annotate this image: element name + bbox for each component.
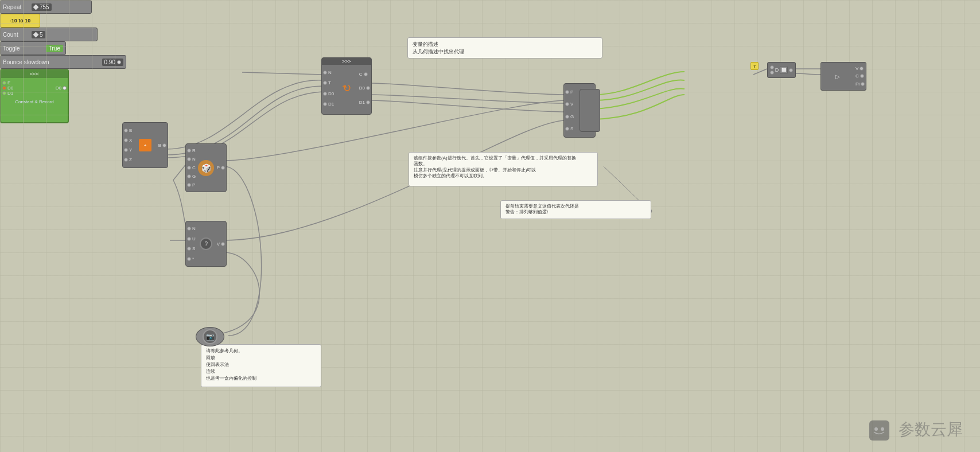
svg-point-3 xyxy=(881,427,884,431)
main-d1: D1 xyxy=(323,102,334,107)
pvgs-p: P xyxy=(565,89,574,95)
count-label: Count xyxy=(3,32,32,38)
xyz-port-x: X xyxy=(124,138,133,143)
cr-d0out: D0 xyxy=(56,85,67,91)
main-t: T xyxy=(323,80,334,85)
main-d1out: D1 xyxy=(359,100,370,105)
d-in1 xyxy=(770,65,774,69)
bottom-comment: 提前结束需要意义这值代表次代还是 警告：排列够到值逻! xyxy=(500,200,651,219)
cam-line2: 回放 xyxy=(206,354,316,361)
cam-line1: 请将此参考几何。 xyxy=(206,348,316,354)
camera-comment: 请将此参考几何。 回放 使回表示法 连续 也是考一盒内偏化的控制 xyxy=(201,344,321,387)
cam-line3: 使回表示法 xyxy=(206,361,316,368)
cr-title: <<< xyxy=(1,70,68,78)
vcp-arrow: ▷ xyxy=(835,73,840,80)
rcs-c: C xyxy=(187,165,196,170)
bounce-label: Bounce slowdown xyxy=(3,59,102,65)
cr-e: E xyxy=(2,80,13,85)
bot-line2: 警告：排列够到值逻! xyxy=(505,209,646,215)
nus-n: N xyxy=(187,226,196,231)
xyz-port-z: Z xyxy=(124,157,133,162)
nus-node[interactable]: N U S * ? V xyxy=(185,221,227,267)
cr-d1in: D1 xyxy=(2,91,13,96)
rcs-g: G xyxy=(187,174,196,179)
xyz-port-bout: B xyxy=(158,143,166,148)
rcs-r: R xyxy=(187,148,196,153)
pvgs-v: V xyxy=(565,102,574,107)
main-cout: C xyxy=(359,72,370,77)
toggle-node[interactable]: Toggle True xyxy=(0,41,66,55)
wechat-icon xyxy=(869,420,889,441)
cr-d0in: D0 xyxy=(2,85,13,91)
bot-line1: 提前结束需要意义这值代表次代还是 xyxy=(505,204,646,209)
nus-star: * xyxy=(187,256,196,262)
rcs-pout: P xyxy=(217,165,225,170)
rcs-p: P xyxy=(187,182,196,188)
top-comment-line2: 从几何描述中找出代理 xyxy=(413,48,597,56)
nus-vout: V xyxy=(217,241,225,247)
pvgs2-node[interactable] xyxy=(580,89,600,132)
main-d0out: D0 xyxy=(359,85,370,91)
mid-line1: 该组件按参数(A)进行迭代。首先，它设置了「变量」代理值，并采用代理的替换 xyxy=(414,155,593,161)
main-d0: D0 xyxy=(323,91,334,96)
toggle-value: True xyxy=(46,45,63,52)
svg-point-2 xyxy=(874,427,878,431)
bounce-value: 0.90 xyxy=(102,59,123,66)
rcs-node[interactable]: R N C G P 🎲 P xyxy=(185,143,227,192)
top-comment: 变量的描述 从几何描述中找出代理 xyxy=(407,37,602,59)
mid-line2: 函数。 xyxy=(414,161,593,167)
watermark-text: 参数云犀 xyxy=(899,420,963,438)
svg-rect-1 xyxy=(869,420,889,441)
d-out xyxy=(789,68,793,72)
xyz-port-b: B xyxy=(124,128,133,133)
d-node[interactable]: D ⬜ xyxy=(767,62,796,78)
range-label: -10 to 10 xyxy=(10,18,31,24)
count-value: 5 xyxy=(32,31,45,38)
d-in2 xyxy=(770,71,774,75)
repeat-label: Repeat xyxy=(3,4,32,10)
mid-line4: 模仿多个独立的代理不可以互联到。 xyxy=(414,173,593,179)
watermark: 参数云犀 xyxy=(869,419,963,441)
middle-comment: 该组件按参数(A)进行迭代。首先，它设置了「变量」代理值，并采用代理的替换 函数… xyxy=(409,152,598,186)
vcp-v: V xyxy=(855,66,865,71)
main-node-title: >>> xyxy=(322,58,371,65)
d-label: D xyxy=(775,67,779,73)
vcp-c: C xyxy=(855,73,865,79)
repeat-node[interactable]: Repeat 755 xyxy=(0,0,92,14)
nus-s: S xyxy=(187,246,196,251)
pvgs-g: G xyxy=(565,114,574,119)
rcs-n: N xyxy=(187,157,196,162)
xyz-port-y: Y xyxy=(124,147,133,153)
pvgs-s: S xyxy=(565,126,574,131)
mid-line3: 注意并行代理(见代理的提示或面板，中带、开始和停止)可以 xyxy=(414,167,593,173)
count-node[interactable]: Count 5 xyxy=(0,28,98,41)
nus-u: U xyxy=(187,236,196,241)
range-node[interactable]: -10 to 10 xyxy=(0,14,40,28)
cam-line5: 也是考一盒内偏化的控制 xyxy=(206,375,316,382)
cr-indicator: 7 xyxy=(750,62,759,70)
repeat-value: 755 xyxy=(32,3,52,11)
cr-node[interactable]: <<< E D0 D1 D0 Constant & Record xyxy=(0,69,69,123)
main-proc-node[interactable]: >>> N T D0 D1 ↻ C D0 D1 xyxy=(321,57,372,115)
xyz-node[interactable]: B X Y Z + B xyxy=(122,122,168,168)
vcp-node[interactable]: ▷ V C Pi xyxy=(820,62,866,91)
vcp-pi: Pi xyxy=(855,81,865,87)
camera-node[interactable]: 📷 xyxy=(196,327,224,346)
bounce-node[interactable]: Bounce slowdown 0.90 xyxy=(0,55,126,69)
top-comment-line1: 变量的描述 xyxy=(413,41,597,48)
main-n: N xyxy=(323,70,334,75)
toggle-label: Toggle xyxy=(3,45,46,52)
cr-bottom-label: Constant & Record xyxy=(1,98,68,106)
cam-line4: 连续 xyxy=(206,368,316,375)
